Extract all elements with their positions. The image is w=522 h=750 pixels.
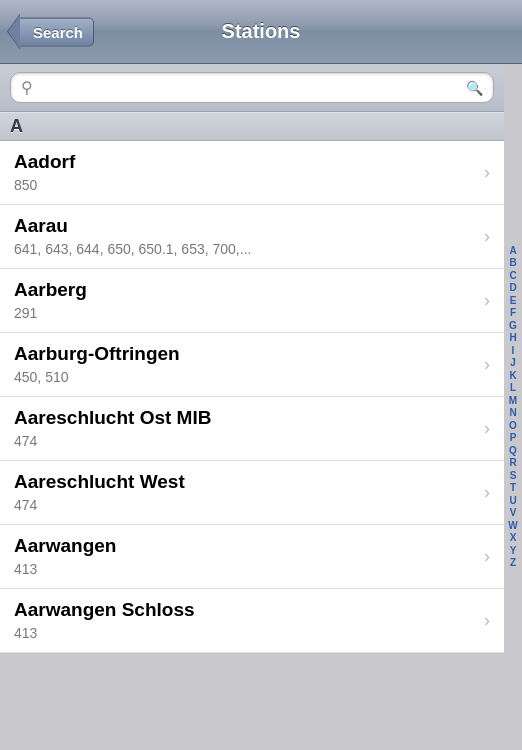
alpha-letter-m[interactable]: M	[509, 395, 517, 408]
back-button-label: Search	[18, 17, 94, 46]
alpha-letter-z[interactable]: Z	[510, 557, 516, 570]
alpha-letter-c[interactable]: C	[509, 270, 516, 283]
page-title: Stations	[222, 20, 301, 43]
alpha-letter-x[interactable]: X	[510, 532, 517, 545]
alpha-letter-v[interactable]: V	[510, 507, 517, 520]
list-item-content: Aarburg-Oftringen450, 510	[14, 343, 476, 386]
list-item-content: Aareschlucht Ost MIB474	[14, 407, 476, 450]
alpha-letter-l[interactable]: L	[510, 382, 516, 395]
chevron-icon: ›	[484, 418, 490, 439]
alpha-letter-f[interactable]: F	[510, 307, 516, 320]
navigation-bar: Search Stations	[0, 0, 522, 64]
alpha-letter-n[interactable]: N	[509, 407, 516, 420]
list-item-content: Aarwangen Schloss413	[14, 599, 476, 642]
alpha-letter-k[interactable]: K	[509, 370, 516, 383]
station-name: Aarberg	[14, 279, 476, 302]
list-item[interactable]: Aarau641, 643, 644, 650, 650.1, 653, 700…	[0, 205, 504, 269]
station-lines: 474	[14, 496, 476, 514]
alpha-letter-h[interactable]: H	[509, 332, 516, 345]
section-header-label: A	[10, 116, 23, 136]
alpha-letter-y[interactable]: Y	[510, 545, 517, 558]
station-lines: 413	[14, 560, 476, 578]
alpha-letter-a[interactable]: A	[509, 245, 516, 258]
list-item[interactable]: Aarburg-Oftringen450, 510›	[0, 333, 504, 397]
alpha-letter-b[interactable]: B	[509, 257, 516, 270]
station-list: Aadorf850›Aarau641, 643, 644, 650, 650.1…	[0, 141, 504, 653]
station-lines: 850	[14, 176, 476, 194]
list-item[interactable]: Aarberg291›	[0, 269, 504, 333]
search-icon-left: ⚲	[21, 78, 33, 97]
station-name: Aareschlucht Ost MIB	[14, 407, 476, 430]
list-item-content: Aarberg291	[14, 279, 476, 322]
list-item-content: Aareschlucht West474	[14, 471, 476, 514]
station-lines: 474	[14, 432, 476, 450]
chevron-icon: ›	[484, 226, 490, 247]
station-name: Aarburg-Oftringen	[14, 343, 476, 366]
alpha-letter-g[interactable]: G	[509, 320, 517, 333]
alpha-letter-j[interactable]: J	[510, 357, 516, 370]
list-item[interactable]: Aareschlucht Ost MIB474›	[0, 397, 504, 461]
alpha-letter-i[interactable]: I	[512, 345, 515, 358]
section-header-a: A	[0, 112, 504, 141]
alpha-letter-r[interactable]: R	[509, 457, 516, 470]
chevron-icon: ›	[484, 162, 490, 183]
chevron-icon: ›	[484, 482, 490, 503]
search-icon-right: 🔍	[466, 80, 483, 96]
station-lines: 291	[14, 304, 476, 322]
alpha-letter-q[interactable]: Q	[509, 445, 517, 458]
list-item-content: Aadorf850	[14, 151, 476, 194]
back-button[interactable]: Search	[8, 17, 94, 46]
alpha-letter-e[interactable]: E	[510, 295, 517, 308]
list-item[interactable]: Aareschlucht West474›	[0, 461, 504, 525]
station-name: Aarwangen	[14, 535, 476, 558]
search-input[interactable]	[39, 79, 466, 97]
list-item-content: Aarwangen413	[14, 535, 476, 578]
alpha-letter-o[interactable]: O	[509, 420, 517, 433]
search-bar: ⚲ 🔍	[0, 64, 504, 112]
station-name: Aadorf	[14, 151, 476, 174]
chevron-icon: ›	[484, 610, 490, 631]
list-item[interactable]: Aadorf850›	[0, 141, 504, 205]
alpha-letter-p[interactable]: P	[510, 432, 517, 445]
chevron-icon: ›	[484, 354, 490, 375]
list-item-content: Aarau641, 643, 644, 650, 650.1, 653, 700…	[14, 215, 476, 258]
alpha-letter-d[interactable]: D	[509, 282, 516, 295]
main-content: ⚲ 🔍 A Aadorf850›Aarau641, 643, 644, 650,…	[0, 64, 504, 750]
alphabet-index: ABCDEFGHIJKLMNOPQRSTUVWXYZ	[504, 64, 522, 750]
station-name: Aarwangen Schloss	[14, 599, 476, 622]
station-lines: 641, 643, 644, 650, 650.1, 653, 700,...	[14, 240, 476, 258]
station-lines: 450, 510	[14, 368, 476, 386]
station-name: Aarau	[14, 215, 476, 238]
station-lines: 413	[14, 624, 476, 642]
station-name: Aareschlucht West	[14, 471, 476, 494]
alpha-letter-u[interactable]: U	[509, 495, 516, 508]
chevron-icon: ›	[484, 290, 490, 311]
list-item[interactable]: Aarwangen413›	[0, 525, 504, 589]
alpha-letter-w[interactable]: W	[508, 520, 517, 533]
alpha-letter-s[interactable]: S	[510, 470, 517, 483]
list-item[interactable]: Aarwangen Schloss413›	[0, 589, 504, 653]
chevron-icon: ›	[484, 546, 490, 567]
alpha-letter-t[interactable]: T	[510, 482, 516, 495]
